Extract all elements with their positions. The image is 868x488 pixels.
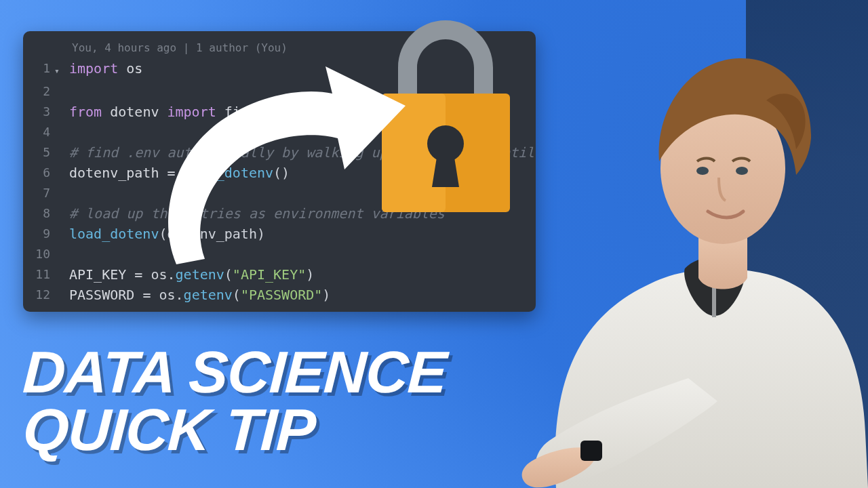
line-number: 6: [23, 163, 54, 183]
code-comment: # load up the entries as environment var…: [65, 203, 445, 224]
line-number: 11: [23, 264, 54, 285]
line-number: 4: [23, 122, 54, 142]
line-number: 12: [23, 285, 54, 305]
code-line: 5 # find .env automatically by walking u…: [23, 142, 524, 163]
code-line: 11 API_KEY = os.getenv("API_KEY"): [23, 264, 524, 285]
line-number: 8: [23, 203, 54, 224]
headline-line-1: DATA SCIENCE: [22, 343, 448, 401]
code-editor-panel: You, 4 hours ago | 1 author (You) 1 ▾ im…: [23, 31, 536, 312]
code-line: 1 ▾ import os: [23, 58, 524, 81]
chevron-down-icon: ▾: [54, 58, 65, 81]
presenter-photo: [515, 26, 868, 488]
code-line: 6 dotenv_path = find_dotenv(): [23, 163, 524, 183]
headline-line-2: QUICK TIP: [22, 401, 448, 458]
line-number: 3: [23, 102, 54, 122]
headline: DATA SCIENCE QUICK TIP: [23, 343, 446, 459]
code-line: 9 load_dotenv(dotenv_path): [23, 224, 524, 244]
svg-point-6: [736, 167, 748, 175]
line-number: 5: [23, 142, 54, 163]
code-line: 10: [23, 244, 524, 264]
keyword-import: import: [69, 60, 118, 77]
line-number: 10: [23, 244, 54, 264]
code-comment: # find .env automatically by walking up …: [65, 142, 536, 163]
code-line: 4: [23, 122, 524, 142]
svg-rect-7: [580, 441, 602, 461]
svg-point-5: [696, 167, 709, 175]
blame-annotation: You, 4 hours ago | 1 author (You): [72, 41, 524, 56]
line-number: 1: [23, 58, 54, 79]
code-line: 3 from dotenv import find_dotenv, load_d…: [23, 102, 524, 122]
code-line: 2: [23, 81, 524, 102]
line-number: 7: [23, 183, 54, 203]
code-line: 8 # load up the entries as environment v…: [23, 203, 524, 224]
line-number: 9: [23, 224, 54, 244]
code-line: 7: [23, 183, 524, 203]
code-line: 12 PASSWORD = os.getenv("PASSWORD"): [23, 285, 524, 305]
line-number: 2: [23, 81, 54, 102]
